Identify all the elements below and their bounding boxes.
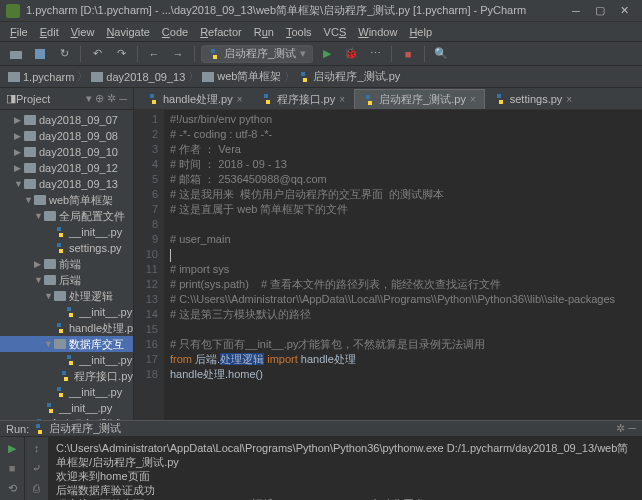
folder-icon xyxy=(202,72,214,82)
gear-icon[interactable]: ✲ xyxy=(107,92,116,105)
tree-item[interactable]: ▼数据库交互 xyxy=(0,336,133,352)
editor-tabs: handle处理.py×程序接口.py×启动程序_测试.py×settings.… xyxy=(134,88,642,110)
hide-icon[interactable]: ─ xyxy=(119,93,127,105)
python-icon xyxy=(298,71,310,83)
breadcrumb-item[interactable]: day2018_09_13 xyxy=(106,71,185,83)
tree-item[interactable]: __init__.py xyxy=(0,400,133,416)
menu-tools[interactable]: Tools xyxy=(280,26,318,38)
menu-vcs[interactable]: VCS xyxy=(318,26,353,38)
editor-tab[interactable]: 程序接口.py× xyxy=(252,89,355,109)
tree-item[interactable]: __init__.py xyxy=(0,224,133,240)
breadcrumb: 1.pycharm 〉 day2018_09_13 〉 web简单框架 〉 启动… xyxy=(0,66,642,88)
close-tab-icon[interactable]: × xyxy=(566,94,572,105)
svg-rect-2 xyxy=(8,72,20,82)
menu-bar: File Edit View Navigate Code Refactor Ru… xyxy=(0,22,642,42)
editor-tab[interactable]: 启动程序_测试.py× xyxy=(354,89,485,109)
open-icon[interactable] xyxy=(6,44,26,64)
tree-item[interactable]: __init__.py xyxy=(0,384,133,400)
folder-icon xyxy=(91,72,103,82)
svg-rect-1 xyxy=(35,49,45,59)
close-tab-icon[interactable]: × xyxy=(237,94,243,105)
run-icon[interactable]: ▶ xyxy=(317,44,337,64)
run-name[interactable]: 启动程序_测试 xyxy=(49,421,121,436)
app-icon xyxy=(6,4,20,18)
back-icon[interactable]: ← xyxy=(144,44,164,64)
filter-icon[interactable]: ↕ xyxy=(28,439,46,457)
rerun-icon[interactable]: ▶ xyxy=(3,439,21,457)
editor-tab[interactable]: handle处理.py× xyxy=(138,89,252,109)
gear-icon[interactable]: ✲ ─ xyxy=(616,422,636,435)
folder-icon xyxy=(8,72,20,82)
menu-run[interactable]: Run xyxy=(248,26,280,38)
tree-item[interactable]: settings.py xyxy=(0,240,133,256)
search-icon[interactable]: 🔍 xyxy=(431,44,451,64)
tree-item[interactable]: ▼后端 xyxy=(0,272,133,288)
tree-item[interactable]: ▼处理逻辑 xyxy=(0,288,133,304)
breadcrumb-item[interactable]: 1.pycharm xyxy=(23,71,74,83)
undo-icon[interactable]: ↶ xyxy=(87,44,107,64)
print-icon[interactable]: ⎙ xyxy=(28,479,46,497)
tree-item[interactable]: ▼全局配置文件 xyxy=(0,208,133,224)
editor-tab[interactable]: settings.py× xyxy=(485,89,581,109)
tree-item[interactable]: ▼web简单框架 xyxy=(0,192,133,208)
run-config-label: 启动程序_测试 xyxy=(224,46,296,61)
title-bar: 1.pycharm [D:\1.pycharm] - ...\day2018_0… xyxy=(0,0,642,22)
tree-item[interactable]: handle处理.py xyxy=(0,320,133,336)
project-icon: ◨ xyxy=(6,92,16,105)
tree-item[interactable]: ▶day2018_09_12 xyxy=(0,160,133,176)
menu-refactor[interactable]: Refactor xyxy=(194,26,248,38)
breadcrumb-item[interactable]: 启动程序_测试.py xyxy=(313,69,400,84)
editor-gutter: 123456789101112131415161718 xyxy=(134,110,164,420)
editor-body[interactable]: #!/usr/bin/env python# -*- coding : utf-… xyxy=(164,110,642,420)
run-label: Run: xyxy=(6,423,29,435)
tree-item[interactable]: __init__.py xyxy=(0,304,133,320)
tree-item[interactable]: 启动程序_测试.py xyxy=(0,416,133,420)
tree-item[interactable]: 程序接口.py xyxy=(0,368,133,384)
run-side-toolbar: ▶ ■ ⟲ ↑ ↓ xyxy=(0,437,24,500)
tree-item[interactable]: ▶day2018_09_07 xyxy=(0,112,133,128)
redo-icon[interactable]: ↷ xyxy=(111,44,131,64)
refresh-icon[interactable]: ↻ xyxy=(54,44,74,64)
tree-item[interactable]: ▶前端 xyxy=(0,256,133,272)
svg-rect-0 xyxy=(10,51,22,59)
collapse-icon[interactable]: ⊕ xyxy=(95,92,104,105)
run-panel: Run: 启动程序_测试 ✲ ─ ▶ ■ ⟲ ↑ ↓ ↕ ⤶ ⎙ ✖ C:\Us… xyxy=(0,420,642,500)
debug-icon[interactable]: 🐞 xyxy=(341,44,361,64)
stop-icon[interactable]: ■ xyxy=(398,44,418,64)
menu-view[interactable]: View xyxy=(65,26,101,38)
menu-code[interactable]: Code xyxy=(156,26,194,38)
close-tab-icon[interactable]: × xyxy=(470,94,476,105)
restart-icon[interactable]: ⟲ xyxy=(3,479,21,497)
save-icon[interactable] xyxy=(30,44,50,64)
forward-icon[interactable]: → xyxy=(168,44,188,64)
svg-rect-3 xyxy=(91,72,103,82)
run-config-selector[interactable]: 启动程序_测试 ▾ xyxy=(201,45,313,63)
run-output[interactable]: C:\Users\Administrator\AppData\Local\Pro… xyxy=(48,437,642,500)
breadcrumb-item[interactable]: web简单框架 xyxy=(217,69,281,84)
toolbar: ↻ ↶ ↷ ← → 启动程序_测试 ▾ ▶ 🐞 ⋯ ■ 🔍 xyxy=(0,42,642,66)
tree-item[interactable]: __init__.py xyxy=(0,352,133,368)
run-side-toolbar-2: ↕ ⤶ ⎙ ✖ xyxy=(24,437,48,500)
close-button[interactable]: ✕ xyxy=(612,2,636,20)
tree-item[interactable]: ▶day2018_09_10 xyxy=(0,144,133,160)
close-tab-icon[interactable]: × xyxy=(339,94,345,105)
tree-item[interactable]: ▼day2018_09_13 xyxy=(0,176,133,192)
wrap-icon[interactable]: ⤶ xyxy=(28,459,46,477)
run-dots-icon[interactable]: ⋯ xyxy=(365,44,385,64)
python-icon xyxy=(208,48,220,60)
tree-item[interactable]: ▶day2018_09_08 xyxy=(0,128,133,144)
project-tree[interactable]: ▶day2018_09_07▶day2018_09_08▶day2018_09_… xyxy=(0,110,133,420)
menu-window[interactable]: Window xyxy=(352,26,403,38)
maximize-button[interactable]: ▢ xyxy=(588,2,612,20)
menu-navigate[interactable]: Navigate xyxy=(100,26,155,38)
menu-help[interactable]: Help xyxy=(403,26,438,38)
project-header[interactable]: Project xyxy=(16,93,86,105)
menu-edit[interactable]: Edit xyxy=(34,26,65,38)
python-icon xyxy=(33,423,45,435)
window-title: 1.pycharm [D:\1.pycharm] - ...\day2018_0… xyxy=(26,3,564,18)
minimize-button[interactable]: ─ xyxy=(564,2,588,20)
svg-rect-4 xyxy=(202,72,214,82)
menu-file[interactable]: File xyxy=(4,26,34,38)
project-sidebar: ◨ Project ▾ ⊕ ✲ ─ ▶day2018_09_07▶day2018… xyxy=(0,88,134,420)
stop-icon[interactable]: ■ xyxy=(3,459,21,477)
